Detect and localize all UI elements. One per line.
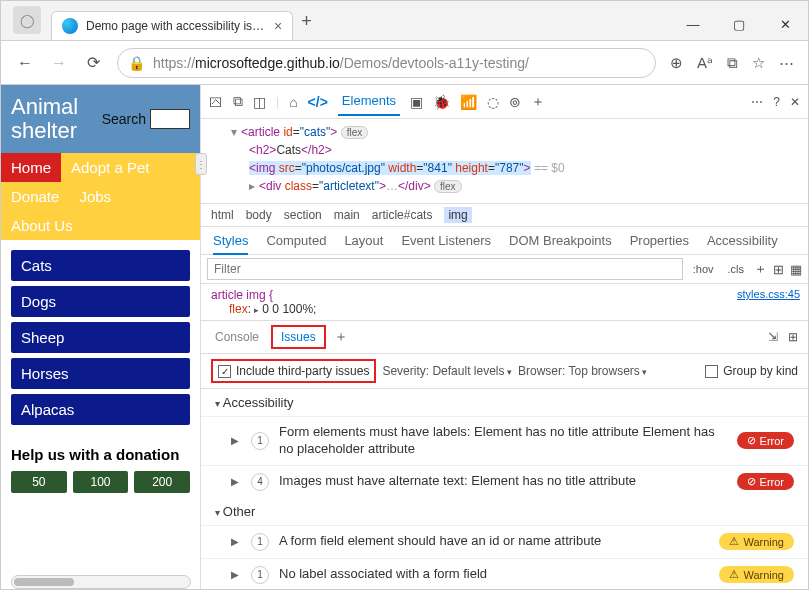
collections-icon[interactable]: ⧉ (727, 54, 738, 72)
tab-dom-breakpoints[interactable]: DOM Breakpoints (509, 233, 612, 248)
tab-elements[interactable]: Elements (338, 87, 400, 116)
category-other[interactable]: Other (201, 498, 808, 525)
more-tabs-plus[interactable]: ＋ (531, 93, 545, 111)
console-tab-icon[interactable]: ▣ (410, 94, 423, 110)
flex-editor-icon[interactable]: ⊞ (773, 262, 784, 277)
issue-row[interactable]: ▶ 1 A form field element should have an … (201, 525, 808, 558)
new-style-rule-icon[interactable]: ＋ (754, 260, 767, 278)
url-box[interactable]: 🔒 https://microsoftedge.github.io/Demos/… (117, 48, 656, 78)
main-nav: Home Adopt a Pet Donate Jobs About Us (1, 153, 200, 240)
nav-about[interactable]: About Us (1, 211, 83, 240)
sidebar-item-sheep[interactable]: Sheep (11, 322, 190, 353)
category-accessibility[interactable]: Accessibility (201, 389, 808, 416)
device-icon[interactable]: ⧉ (233, 93, 243, 110)
browser-tab[interactable]: Demo page with accessibility iss… × (51, 11, 293, 40)
checkbox-icon (218, 365, 231, 378)
close-window-button[interactable]: ✕ (762, 8, 808, 40)
expand-icon[interactable]: ▶ (231, 435, 241, 446)
read-aloud-icon[interactable]: Aᵃ (697, 54, 713, 72)
css-source-link[interactable]: styles.css:45 (737, 288, 800, 300)
expand-icon[interactable]: ▶ (231, 536, 241, 547)
profile-button[interactable]: ◯ (13, 6, 41, 34)
url-scheme: https:// (153, 55, 195, 71)
css-rule[interactable]: styles.css:45 article img { flex: ▸0 0 1… (201, 284, 808, 321)
drawer-dock-icon[interactable]: ⇲ (768, 330, 778, 344)
more-tools-button[interactable]: ⋯ (751, 95, 763, 109)
styles-filter-input[interactable] (207, 258, 683, 280)
nav-adopt[interactable]: Adopt a Pet (61, 153, 159, 182)
donate-200[interactable]: 200 (134, 471, 190, 493)
drawer-more-button[interactable]: ＋ (334, 328, 348, 346)
checkbox-icon (705, 365, 718, 378)
tab-console[interactable]: Console (211, 327, 263, 347)
box-model-icon[interactable]: ▦ (790, 262, 802, 277)
tab-title: Demo page with accessibility iss… (86, 19, 266, 33)
issue-message: No label associated with a form field (279, 566, 709, 583)
performance-icon[interactable]: ◌ (487, 94, 499, 110)
minimize-button[interactable]: — (670, 8, 716, 40)
new-tab-button[interactable]: + (301, 11, 312, 32)
sources-icon[interactable]: 🐞 (433, 94, 450, 110)
group-by-kind-checkbox[interactable]: Group by kind (705, 364, 798, 378)
help-icon[interactable]: ? (773, 95, 780, 109)
welcome-icon[interactable]: ⌂ (289, 94, 297, 110)
issue-row[interactable]: ▶ 4 Images must have alternate text: Ele… (201, 465, 808, 498)
refresh-button[interactable]: ⟳ (83, 53, 103, 72)
issue-count: 1 (251, 432, 269, 450)
dock-icon[interactable]: ◫ (253, 94, 266, 110)
donate-50[interactable]: 50 (11, 471, 67, 493)
tab-issues[interactable]: Issues (271, 325, 326, 349)
memory-icon[interactable]: ⊚ (509, 94, 521, 110)
sidebar-item-cats[interactable]: Cats (11, 250, 190, 281)
app-install-icon[interactable]: ⊕ (670, 54, 683, 72)
severity-filter[interactable]: Severity: Default levels (382, 364, 512, 378)
issue-row[interactable]: ▶ 1 Form elements must have labels: Elem… (201, 416, 808, 465)
horizontal-scrollbar[interactable] (11, 575, 191, 589)
back-button[interactable]: ← (15, 54, 35, 72)
cls-toggle[interactable]: .cls (724, 261, 749, 277)
nav-jobs[interactable]: Jobs (69, 182, 121, 211)
tab-properties[interactable]: Properties (630, 233, 689, 248)
favorite-icon[interactable]: ☆ (752, 54, 765, 72)
sidebar-item-dogs[interactable]: Dogs (11, 286, 190, 317)
expand-icon[interactable]: ▶ (231, 569, 241, 580)
donation-heading: Help us with a donation (1, 446, 200, 463)
donation-buttons: 50 100 200 (1, 463, 200, 501)
devtools-close-button[interactable]: ✕ (790, 95, 800, 109)
third-party-checkbox[interactable]: Include third-party issues (211, 359, 376, 383)
inspect-icon[interactable]: ⮹ (209, 94, 223, 110)
maximize-button[interactable]: ▢ (716, 8, 762, 40)
issues-filter-bar: Include third-party issues Severity: Def… (201, 354, 808, 389)
issues-list: Accessibility ▶ 1 Form elements must hav… (201, 389, 808, 589)
styles-sidebar-tabs: Styles Computed Layout Event Listeners D… (201, 227, 808, 255)
issue-count: 1 (251, 566, 269, 584)
expand-icon[interactable]: ▶ (231, 476, 241, 487)
drawer-expand-icon[interactable]: ⊞ (788, 330, 798, 344)
network-icon[interactable]: 📶 (460, 94, 477, 110)
dom-breadcrumbs[interactable]: htmlbodysectionmainarticle#catsimg (201, 204, 808, 227)
tab-accessibility[interactable]: Accessibility (707, 233, 778, 248)
forward-button[interactable]: → (49, 54, 69, 72)
tab-event-listeners[interactable]: Event Listeners (401, 233, 491, 248)
site-title: Animal shelter (11, 95, 91, 143)
warning-badge: Warning (719, 533, 794, 550)
url-host: microsoftedge.github.io (195, 55, 340, 71)
tab-layout[interactable]: Layout (344, 233, 383, 248)
hov-toggle[interactable]: :hov (689, 261, 718, 277)
settings-menu-button[interactable]: ⋯ (779, 54, 794, 72)
sidebar-item-horses[interactable]: Horses (11, 358, 190, 389)
dock-handle[interactable]: ⋮ (195, 153, 207, 175)
dom-tree[interactable]: ▾<article id="cats"> flex <h2>Cats</h2> … (201, 119, 808, 204)
sidebar-item-alpacas[interactable]: Alpacas (11, 394, 190, 425)
window-titlebar: ◯ Demo page with accessibility iss… × + … (1, 1, 808, 41)
issue-count: 4 (251, 473, 269, 491)
issue-row[interactable]: ▶ 1 No label associated with a form fiel… (201, 558, 808, 589)
donate-100[interactable]: 100 (73, 471, 129, 493)
nav-home[interactable]: Home (1, 153, 61, 182)
nav-donate[interactable]: Donate (1, 182, 69, 211)
search-input[interactable] (150, 109, 190, 129)
tab-close-button[interactable]: × (274, 18, 282, 34)
tab-computed[interactable]: Computed (266, 233, 326, 248)
tab-styles[interactable]: Styles (213, 233, 248, 255)
browser-filter[interactable]: Browser: Top browsers (518, 364, 647, 378)
